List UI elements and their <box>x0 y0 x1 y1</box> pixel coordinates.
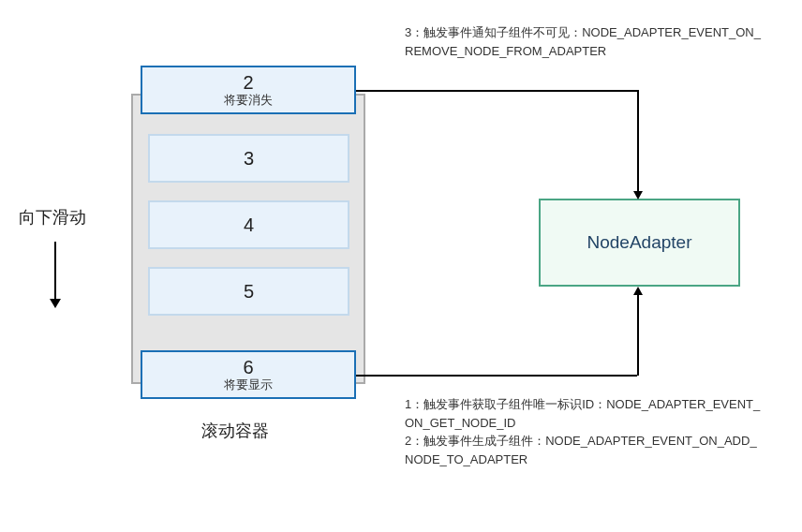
item-number: 4 <box>244 214 254 236</box>
list-item-4: 4 <box>148 200 349 249</box>
list-item-5: 5 <box>148 267 349 316</box>
list-item-2: 2 将要消失 <box>141 66 356 114</box>
node-adapter-box: NodeAdapter <box>539 199 740 287</box>
annotation-remove-event: 3：触发事件通知子组件不可见：NODE_ADAPTER_EVENT_ON_REM… <box>405 23 761 60</box>
connector-bottom-v <box>637 294 639 376</box>
arrow-into-adapter-bottom-icon <box>633 287 643 295</box>
item-sublabel: 将要消失 <box>224 92 273 109</box>
arrow-into-adapter-top-icon <box>633 191 643 200</box>
scroll-container-label: 滚动容器 <box>201 420 269 442</box>
connector-top-v <box>637 90 639 193</box>
node-adapter-label: NodeAdapter <box>587 232 692 253</box>
list-item-3: 3 <box>148 134 349 183</box>
item-number: 5 <box>244 281 254 303</box>
item-number: 6 <box>243 357 253 378</box>
annotation-add-events: 1：触发事件获取子组件唯一标识ID：NODE_ADAPTER_EVENT_ON_… <box>405 395 761 468</box>
item-sublabel: 将要显示 <box>224 377 273 393</box>
diagram-root: 向下滑动 2 将要消失 3 4 5 6 将要显示 滚动容器 NodeAdapte… <box>0 0 802 532</box>
arrow-down-icon <box>54 242 56 307</box>
item-number: 3 <box>244 148 254 170</box>
item-number: 2 <box>243 72 253 94</box>
scroll-direction-label: 向下滑动 <box>19 206 86 229</box>
connector-top-h <box>356 90 637 92</box>
list-item-6: 6 将要显示 <box>141 350 356 399</box>
connector-bottom-h <box>356 375 637 377</box>
